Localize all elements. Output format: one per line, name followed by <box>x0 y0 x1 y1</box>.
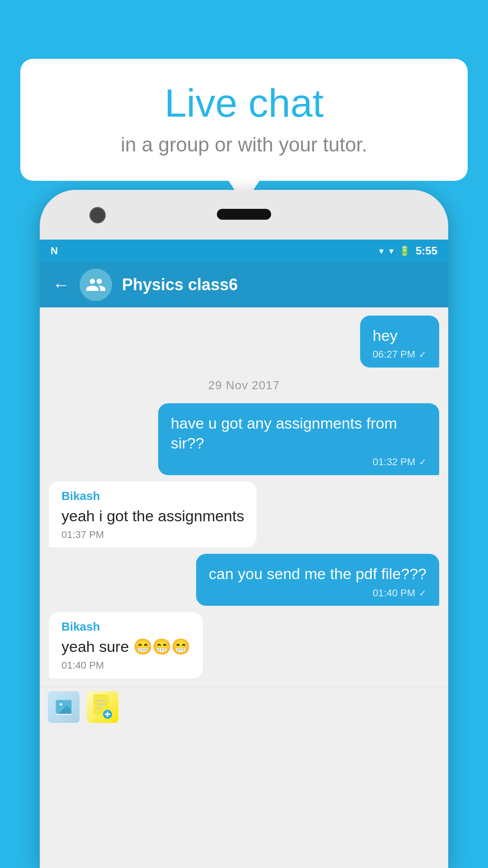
message-text: yeah i got the assignments <box>61 506 244 526</box>
speech-bubble: Live chat in a group or with your tutor. <box>20 59 468 181</box>
message-text: yeah sure 😁😁😁 <box>61 637 190 656</box>
check-icon: ✓ <box>419 587 427 599</box>
check-icon: ✓ <box>419 456 427 468</box>
check-icon: ✓ <box>419 349 427 360</box>
message-row: have u got any assignments from sir?? 01… <box>49 403 439 475</box>
date-divider: 29 Nov 2017 <box>49 374 439 397</box>
signal-icon: ▾ <box>389 245 394 256</box>
app-bar: ← Physics class6 <box>40 262 448 307</box>
phone-top <box>40 190 448 240</box>
back-button[interactable]: ← <box>52 275 70 295</box>
wifi-icon: ▾ <box>379 245 384 256</box>
message-row: Bikash yeah i got the assignments 01:37 … <box>49 481 439 548</box>
svg-point-1 <box>60 703 62 705</box>
live-chat-title: Live chat <box>47 81 441 125</box>
status-left: N <box>51 245 58 257</box>
message-row: Bikash yeah sure 😁😁😁 01:40 PM <box>49 612 439 679</box>
message-row: can you send me the pdf file??? 01:40 PM… <box>49 554 439 606</box>
chat-area[interactable]: hey 06:27 PM ✓ 29 Nov 2017 have u got an… <box>40 307 448 687</box>
status-bar: N ▾ ▾ 🔋 5:55 <box>40 240 448 262</box>
sender-name: Bikash <box>61 619 190 635</box>
document-icon <box>91 693 114 721</box>
received-message: Bikash yeah sure 😁😁😁 01:40 PM <box>49 612 203 679</box>
image-icon <box>54 698 73 717</box>
status-right: ▾ ▾ 🔋 5:55 <box>379 245 437 257</box>
document-attach-button[interactable] <box>87 691 118 723</box>
notification-icon: N <box>51 245 58 257</box>
group-icon <box>85 274 106 295</box>
message-text: hey <box>373 326 427 345</box>
message-time: 01:32 PM ✓ <box>171 456 427 469</box>
message-time: 06:27 PM ✓ <box>373 348 427 361</box>
phone-screen: N ▾ ▾ 🔋 5:55 ← Physics class6 <box>40 240 448 868</box>
group-avatar <box>80 269 112 301</box>
received-message: Bikash yeah i got the assignments 01:37 … <box>49 481 257 548</box>
phone-frame: N ▾ ▾ 🔋 5:55 ← Physics class6 <box>40 190 448 868</box>
status-time: 5:55 <box>416 245 437 257</box>
battery-icon: 🔋 <box>399 245 410 256</box>
bottom-toolbar <box>40 687 448 727</box>
sent-message: can you send me the pdf file??? 01:40 PM… <box>196 554 439 606</box>
message-text: have u got any assignments from sir?? <box>171 413 427 453</box>
sender-name: Bikash <box>61 489 244 504</box>
chat-title: Physics class6 <box>122 275 238 294</box>
message-time: 01:37 PM <box>61 528 244 542</box>
message-row: hey 06:27 PM ✓ <box>49 316 439 368</box>
earpiece <box>217 209 271 220</box>
message-time: 01:40 PM ✓ <box>209 587 427 600</box>
sent-message: have u got any assignments from sir?? 01… <box>158 403 439 475</box>
camera-icon <box>89 207 106 223</box>
live-chat-subtitle: in a group or with your tutor. <box>47 133 441 156</box>
message-text: can you send me the pdf file??? <box>209 564 427 584</box>
message-time: 01:40 PM <box>61 659 190 672</box>
image-attach-button[interactable] <box>48 691 80 723</box>
sent-message: hey 06:27 PM ✓ <box>360 316 439 368</box>
